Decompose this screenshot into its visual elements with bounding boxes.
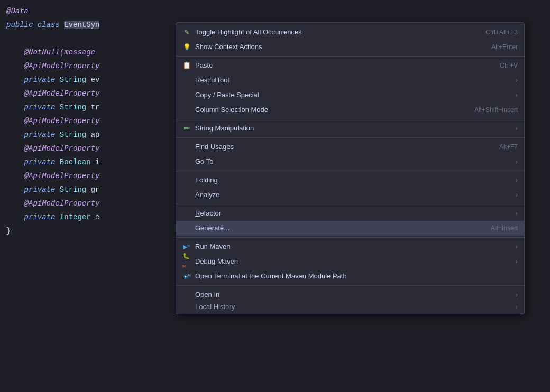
menu-item-copy-paste-special[interactable]: Copy / Paste Special ›: [176, 88, 524, 102]
arrow-local-history: ›: [516, 302, 518, 312]
menu-shortcut-show-context-actions: Alt+Enter: [491, 41, 518, 53]
paste-icon: 📋: [182, 61, 191, 70]
arrow-refactor: ›: [516, 208, 518, 219]
menu-label-folding: Folding: [195, 174, 218, 186]
find-usages-icon: [182, 143, 191, 151]
code-line-15: @ApiModelProperty: [6, 197, 173, 210]
menu-shortcut-find-usages: Alt+F7: [499, 141, 518, 153]
code-line-13: @ApiModelProperty: [6, 169, 173, 183]
arrow-debug-maven: ›: [516, 256, 518, 267]
debug-maven-icon: 🐛ᴹ: [182, 257, 191, 266]
menu-item-paste[interactable]: 📋 Paste Ctrl+V: [176, 58, 524, 73]
menu-item-analyze[interactable]: Analyze ›: [176, 188, 524, 202]
bulb-icon: 💡: [182, 43, 191, 51]
separator-1: [176, 56, 524, 57]
menu-label-go-to: Go To: [195, 156, 213, 167]
menu-label-restful-tool: RestfulTool: [195, 74, 229, 86]
menu-item-open-terminal-maven[interactable]: ⊞ᴹ Open Terminal at the Current Maven Mo…: [176, 269, 524, 284]
code-editor[interactable]: @Data public class EventSyn @NotNull(mes…: [0, 0, 180, 392]
separator-4: [176, 171, 524, 171]
pencil-icon: ✎: [182, 28, 191, 36]
menu-label-copy-paste-special: Copy / Paste Special: [195, 89, 259, 101]
menu-label-refactor: Refactor: [195, 208, 221, 219]
menu-item-debug-maven[interactable]: 🐛ᴹ Debug Maven ›: [176, 254, 524, 269]
code-line-2: public class EventSyn: [6, 18, 173, 32]
menu-item-refactor[interactable]: Refactor ›: [176, 206, 524, 221]
menu-label-find-usages: Find Usages: [195, 141, 234, 153]
code-line-1: @Data: [6, 4, 173, 18]
code-line-9: @ApiModelProperty: [6, 114, 173, 128]
separator-6: [176, 237, 524, 238]
menu-item-run-maven[interactable]: ▶ᴹ Run Maven ›: [176, 239, 524, 254]
code-line-11: @ApiModelProperty: [6, 142, 173, 155]
open-in-icon: [182, 291, 191, 299]
menu-shortcut-column-selection-mode: Alt+Shift+Insert: [474, 104, 518, 116]
menu-item-generate[interactable]: Generate... Alt+Insert: [176, 221, 524, 236]
go-to-icon: [182, 157, 191, 166]
menu-label-debug-maven: Debug Maven: [195, 256, 238, 267]
menu-shortcut-generate: Alt+Insert: [491, 222, 518, 234]
code-line-3: [6, 32, 173, 45]
restful-icon: [182, 76, 191, 85]
column-selection-icon: [182, 106, 191, 114]
separator-7: [176, 285, 524, 286]
menu-label-string-manipulation: String Manipulation: [195, 123, 254, 134]
arrow-string-manipulation: ›: [516, 123, 518, 134]
code-line-10: private String ap: [6, 128, 173, 142]
menu-label-paste: Paste: [195, 60, 213, 71]
open-terminal-icon: ⊞ᴹ: [182, 272, 191, 281]
arrow-go-to: ›: [516, 156, 518, 167]
folding-icon: [182, 176, 191, 184]
menu-item-column-selection-mode[interactable]: Column Selection Mode Alt+Shift+Insert: [176, 102, 524, 117]
code-line-8: private String tr: [6, 100, 173, 114]
menu-label-generate: Generate...: [195, 222, 230, 234]
arrow-folding: ›: [516, 174, 518, 186]
menu-label-open-terminal-maven: Open Terminal at the Current Maven Modul…: [195, 270, 347, 282]
analyze-icon: [182, 191, 191, 199]
menu-item-folding[interactable]: Folding ›: [176, 173, 524, 188]
menu-label-local-history: Local History: [195, 302, 235, 312]
arrow-analyze: ›: [516, 189, 518, 201]
menu-label-analyze: Analyze: [195, 189, 219, 201]
refactor-icon: [182, 209, 191, 218]
menu-item-open-in[interactable]: Open In ›: [176, 287, 524, 302]
code-line-7: @ApiModelProperty: [6, 87, 173, 100]
menu-label-show-context-actions: Show Context Actions: [195, 41, 262, 53]
generate-icon: [182, 224, 191, 232]
code-line-4: @NotNull(message: [6, 45, 173, 59]
separator-5: [176, 204, 524, 204]
string-manipulation-icon: ✏: [182, 124, 191, 133]
context-menu: ✎ Toggle Highlight of All Occurrences Ct…: [176, 22, 525, 314]
menu-item-go-to[interactable]: Go To ›: [176, 154, 524, 169]
separator-2: [176, 119, 524, 119]
menu-label-run-maven: Run Maven: [195, 241, 230, 253]
arrow-run-maven: ›: [516, 241, 518, 253]
code-line-5: @ApiModelProperty: [6, 59, 173, 73]
code-line-12: private Boolean i: [6, 155, 173, 169]
menu-label-column-selection-mode: Column Selection Mode: [195, 104, 268, 116]
menu-item-string-manipulation[interactable]: ✏ String Manipulation ›: [176, 121, 524, 136]
arrow-copy-paste-special: ›: [516, 89, 518, 101]
arrow-restful-tool: ›: [516, 74, 518, 86]
menu-shortcut-toggle-highlight: Ctrl+Alt+F3: [485, 26, 518, 38]
menu-item-show-context-actions[interactable]: 💡 Show Context Actions Alt+Enter: [176, 40, 524, 54]
menu-item-local-history[interactable]: Local History ›: [176, 302, 524, 312]
code-line-14: private String gr: [6, 183, 173, 197]
menu-item-toggle-highlight[interactable]: ✎ Toggle Highlight of All Occurrences Ct…: [176, 25, 524, 40]
code-line-17: }: [6, 224, 173, 238]
code-line-16: private Integer e: [6, 210, 173, 224]
menu-label-toggle-highlight: Toggle Highlight of All Occurrences: [195, 26, 302, 38]
code-line-6: private String ev: [6, 73, 173, 87]
copy-paste-icon: [182, 91, 191, 99]
menu-item-find-usages[interactable]: Find Usages Alt+F7: [176, 139, 524, 154]
local-history-icon: [182, 303, 191, 311]
arrow-open-in: ›: [516, 289, 518, 301]
menu-item-restful-tool[interactable]: RestfulTool ›: [176, 73, 524, 88]
menu-label-open-in: Open In: [195, 289, 219, 301]
separator-3: [176, 137, 524, 138]
menu-shortcut-paste: Ctrl+V: [500, 60, 518, 71]
